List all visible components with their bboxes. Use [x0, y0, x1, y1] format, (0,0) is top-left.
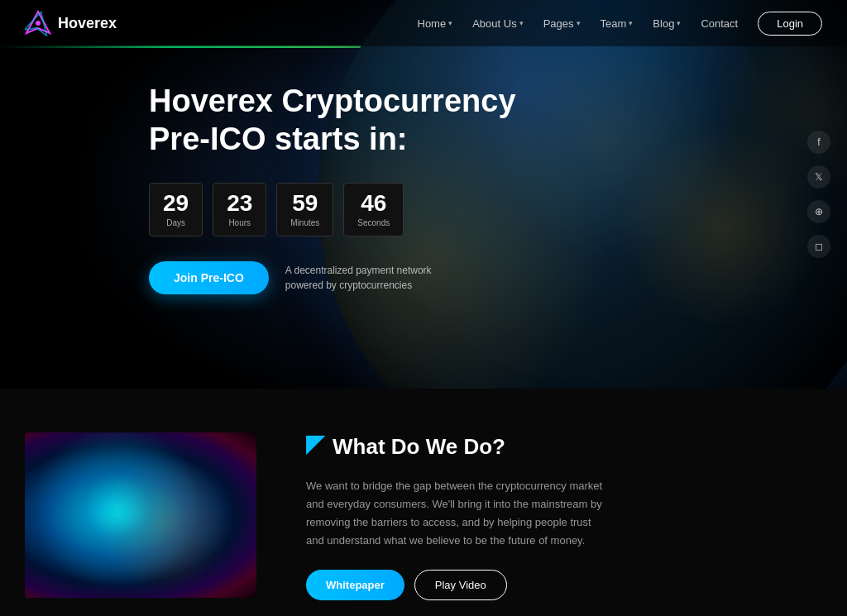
play-video-button[interactable]: Play Video — [414, 570, 507, 600]
nav-home[interactable]: Home ▾ — [418, 17, 453, 30]
countdown: 29 Days 23 Hours 59 Minutes 46 Seconds — [149, 183, 847, 236]
crescent-icon: ◤ — [306, 430, 324, 457]
blog-dropdown-arrow: ▾ — [677, 19, 681, 27]
countdown-hours: 23 Hours — [213, 183, 266, 236]
nav-about[interactable]: About Us ▾ — [472, 17, 523, 30]
hero-title: Hoverex Cryptocurrency Pre-ICO starts in… — [149, 83, 562, 158]
join-preico-button[interactable]: Join Pre-ICO — [149, 261, 269, 294]
home-dropdown-arrow: ▾ — [448, 19, 452, 27]
hero-section: f 𝕏 ⊕ ◻ Hoverex Cryptocurrency Pre-ICO s… — [0, 0, 847, 389]
team-dropdown-arrow: ▾ — [629, 19, 633, 27]
pages-dropdown-arrow: ▾ — [577, 19, 581, 27]
seconds-value: 46 — [357, 192, 390, 215]
section2-buttons: Whitepaper Play Video — [306, 570, 822, 600]
brand[interactable]: Hoverex — [25, 10, 117, 36]
hours-label: Hours — [227, 218, 252, 227]
brand-name: Hoverex — [58, 15, 117, 32]
minutes-label: Minutes — [290, 218, 319, 227]
login-button[interactable]: Login — [758, 12, 822, 36]
navbar: Hoverex Home ▾ About Us ▾ Pages ▾ Team ▾… — [0, 0, 847, 46]
countdown-days: 29 Days — [149, 183, 203, 236]
hours-value: 23 — [227, 192, 252, 215]
hero-tagline: A decentralized payment network powered … — [285, 263, 432, 293]
whitepaper-button[interactable]: Whitepaper — [306, 570, 404, 600]
dribbble-icon[interactable]: ⊕ — [807, 200, 830, 223]
seconds-label: Seconds — [357, 218, 390, 227]
what-we-do-section: ◤ What Do We Do? We want to bridge the g… — [0, 389, 847, 616]
countdown-minutes: 59 Minutes — [276, 183, 333, 236]
facebook-icon[interactable]: f — [807, 131, 830, 154]
countdown-seconds: 46 Seconds — [343, 183, 404, 236]
brand-logo — [25, 10, 51, 36]
nav-pages[interactable]: Pages ▾ — [543, 17, 581, 30]
nav-menu: Home ▾ About Us ▾ Pages ▾ Team ▾ Blog ▾ … — [418, 12, 823, 36]
twitter-icon[interactable]: 𝕏 — [807, 165, 830, 189]
nebula-image — [25, 432, 256, 598]
svg-point-2 — [36, 21, 41, 26]
section2-content: ◤ What Do We Do? We want to bridge the g… — [306, 430, 822, 600]
days-label: Days — [163, 218, 189, 227]
instagram-icon[interactable]: ◻ — [807, 235, 830, 258]
social-bar: f 𝕏 ⊕ ◻ — [807, 131, 830, 258]
nav-blog[interactable]: Blog ▾ — [653, 17, 681, 30]
nav-contact[interactable]: Contact — [701, 17, 738, 30]
section2-title: ◤ What Do We Do? — [306, 430, 822, 464]
minutes-value: 59 — [290, 192, 319, 215]
section2-body: We want to bridge the gap between the cr… — [306, 477, 604, 550]
about-dropdown-arrow: ▾ — [519, 19, 524, 27]
days-value: 29 — [163, 192, 189, 215]
nav-team[interactable]: Team ▾ — [601, 17, 634, 30]
hero-actions: Join Pre-ICO A decentralized payment net… — [149, 261, 847, 294]
